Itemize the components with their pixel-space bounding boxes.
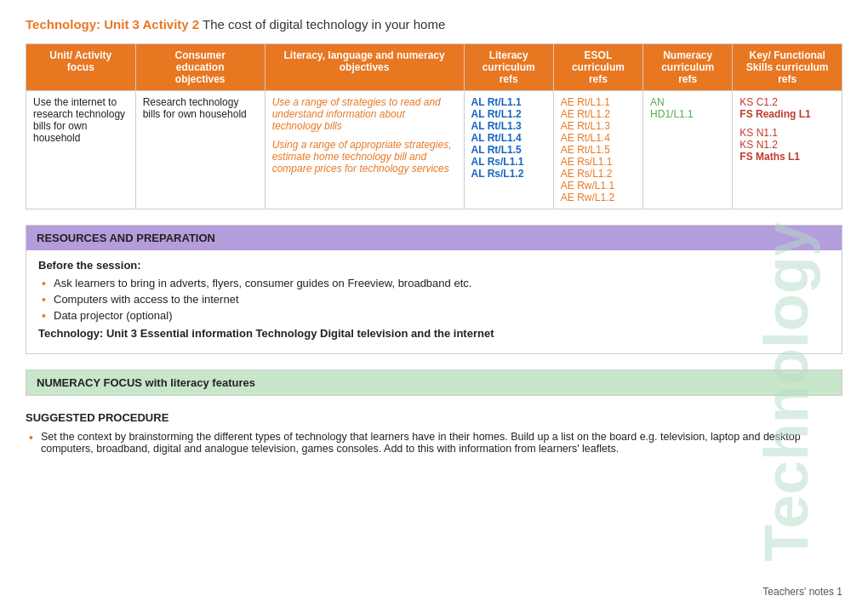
esol-ref-8: AE Rw/L1.2 <box>561 192 636 203</box>
header-lit-curr: Literacycurriculumrefs <box>464 44 553 91</box>
cell-key-refs: KS C1.2FS Reading L1KS N1.1KS N1.2FS Mat… <box>733 91 842 209</box>
cell-consumer: Research technology bills for own househ… <box>135 91 265 209</box>
resources-list: Ask learners to bring in adverts, flyers… <box>38 277 830 322</box>
numeracy-focus-header: NUMERACY FOCUS with literacy features <box>26 370 842 395</box>
suggested-procedure-header: SUGGESTED PROCEDURE <box>26 411 842 424</box>
esol-ref-2: AE Rt/L1.3 <box>561 120 636 132</box>
esol-ref-4: AE Rt/L1.5 <box>561 144 636 156</box>
esol-ref-5: AE Rs/L1.1 <box>561 156 636 168</box>
header-numeracy: Numeracycurriculumrefs <box>643 44 733 91</box>
esol-ref-0: AE Rt/L1.1 <box>561 96 636 108</box>
procedure-item-0: Set the context by brainstorming the dif… <box>26 431 842 455</box>
resources-header: RESOURCES AND PREPARATION <box>26 226 842 250</box>
before-session-label: Before the session: <box>38 259 830 272</box>
resource-item-2: Data projector (optional) <box>38 309 830 322</box>
cell-unit-activity: Use the internet to research technology … <box>26 91 136 209</box>
key-ref-3: KS N1.2 <box>740 139 835 151</box>
resources-section: RESOURCES AND PREPARATION Before the ses… <box>26 225 842 354</box>
key-ref-0: KS C1.2 <box>740 96 835 108</box>
key-ref-2: KS N1.1 <box>740 127 835 139</box>
key-ref-4: FS Maths L1 <box>740 151 835 163</box>
lit-ref-4: AL Rt/L1.5 <box>471 144 546 156</box>
lit-ref-5: AL Rs/L1.1 <box>471 156 546 168</box>
esol-ref-6: AE Rs/L1.2 <box>561 168 636 180</box>
lit-objective-0: Use a range of strategies to read and un… <box>272 96 457 132</box>
cell-numeracy-refs: ANHD1/L1.1 <box>643 91 733 209</box>
title-normal: The cost of digital technology in your h… <box>203 17 445 32</box>
cell-lit-refs: AL Rt/L1.1AL Rt/L1.2AL Rt/L1.3AL Rt/L1.4… <box>464 91 553 209</box>
resource-item-0: Ask learners to bring in adverts, flyers… <box>38 277 830 289</box>
cell-literacy-objectives: Use a range of strategies to read and un… <box>265 91 464 209</box>
suggested-procedure-section: SUGGESTED PROCEDURE Set the context by b… <box>26 411 842 470</box>
resources-bold-line: Technology: Unit 3 Essential information… <box>38 327 830 340</box>
cell-esol-refs: AE Rt/L1.1AE Rt/L1.2AE Rt/L1.3AE Rt/L1.4… <box>553 91 642 209</box>
header-literacy-lang: Literacy, language and numeracyobjective… <box>265 44 464 91</box>
key-ref-1: FS Reading L1 <box>740 108 835 120</box>
lit-objective-1: Using a range of appropriate strategies,… <box>272 139 457 175</box>
header-unit: Unit/ Activityfocus <box>26 44 136 91</box>
lit-ref-6: AL Rs/L1.2 <box>471 168 546 180</box>
esol-ref-7: AE Rw/L1.1 <box>561 180 636 192</box>
numeracy-focus-section: NUMERACY FOCUS with literacy features <box>26 370 842 396</box>
table-row: Use the internet to research technology … <box>26 91 842 209</box>
numeracy-ref-0: AN <box>650 96 725 108</box>
lit-ref-3: AL Rt/L1.4 <box>471 132 546 144</box>
esol-ref-3: AE Rt/L1.4 <box>561 132 636 144</box>
footer-note: Teachers' notes 1 <box>762 586 842 598</box>
lit-ref-2: AL Rt/L1.3 <box>471 120 546 132</box>
curriculum-table: Unit/ Activityfocus Consumereducationobj… <box>26 43 842 209</box>
lit-ref-0: AL Rt/L1.1 <box>471 96 546 108</box>
header-consumer: Consumereducationobjectives <box>135 44 265 91</box>
resource-item-1: Computers with access to the internet <box>38 293 830 306</box>
esol-ref-1: AE Rt/L1.2 <box>561 108 636 120</box>
header-key: Key/ FunctionalSkills curriculumrefs <box>733 44 842 91</box>
header-esol: ESOLcurriculumrefs <box>553 44 642 91</box>
page-title: Technology: Unit 3 Activity 2 The cost o… <box>26 17 842 32</box>
lit-ref-1: AL Rt/L1.2 <box>471 108 546 120</box>
resources-body: Before the session: Ask learners to brin… <box>26 250 842 353</box>
suggested-procedure-list: Set the context by brainstorming the dif… <box>26 431 842 455</box>
numeracy-ref-1: HD1/L1.1 <box>650 108 725 120</box>
title-bold: Technology: Unit 3 Activity 2 <box>26 17 199 32</box>
